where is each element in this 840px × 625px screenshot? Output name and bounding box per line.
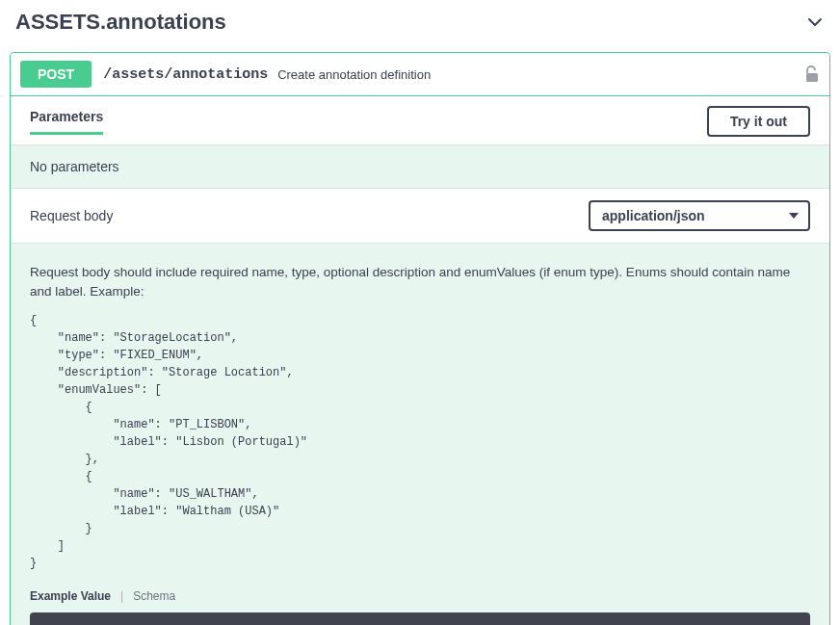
request-body-description: Request body should include required nam… — [30, 263, 810, 302]
tab-schema[interactable]: Schema — [133, 589, 175, 603]
chevron-down-icon — [805, 13, 825, 32]
try-it-out-button[interactable]: Try it out — [707, 106, 810, 137]
operation-path: /assets/annotations — [103, 66, 268, 83]
request-body-description-section: Request body should include required nam… — [11, 244, 829, 582]
no-parameters-text: No parameters — [11, 145, 829, 188]
operation-summary: Create annotation definition — [277, 67, 431, 82]
unlock-icon[interactable] — [804, 65, 820, 83]
section-title: ASSETS.annotations — [15, 10, 226, 35]
body-tabs: Example Value | Schema — [11, 582, 829, 612]
request-body-label: Request body — [30, 208, 113, 223]
request-body-value[interactable]: {} — [30, 612, 810, 626]
tab-example-value[interactable]: Example Value — [30, 589, 111, 603]
operation-summary-row[interactable]: POST /assets/annotations Create annotati… — [11, 53, 829, 96]
operation-block: POST /assets/annotations Create annotati… — [10, 52, 830, 625]
request-body-example-json: { "name": "StorageLocation", "type": "FI… — [30, 312, 810, 572]
svg-rect-0 — [806, 73, 818, 82]
method-badge: POST — [20, 61, 92, 88]
operation-body: Parameters Try it out No parameters Requ… — [11, 96, 829, 625]
request-body-header: Request body application/json — [11, 188, 829, 244]
content-type-select[interactable]: application/json — [589, 200, 810, 231]
parameters-header: Parameters Try it out — [11, 96, 829, 145]
content-type-select-wrapper: application/json — [589, 200, 810, 231]
parameters-tab[interactable]: Parameters — [30, 109, 103, 135]
tab-separator: | — [120, 589, 123, 603]
section-header[interactable]: ASSETS.annotations — [0, 0, 840, 44]
